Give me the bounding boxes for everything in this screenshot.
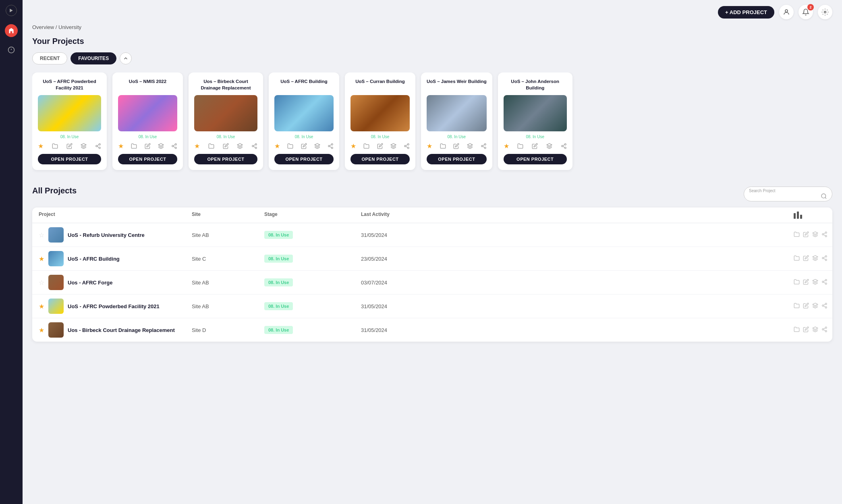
card-folder-icon-1[interactable] bbox=[52, 143, 58, 149]
row-layers-icon-2[interactable] bbox=[812, 255, 818, 262]
card-star-3[interactable]: ★ bbox=[194, 142, 200, 150]
svg-point-49 bbox=[825, 232, 827, 233]
open-project-btn-1[interactable]: OPEN PROJECT bbox=[38, 154, 101, 164]
card-star-7[interactable]: ★ bbox=[504, 142, 509, 150]
open-project-btn-5[interactable]: OPEN PROJECT bbox=[350, 154, 410, 164]
row-folder-icon-1[interactable] bbox=[794, 231, 800, 239]
search-input[interactable] bbox=[749, 193, 818, 199]
card-layers-icon-6[interactable] bbox=[467, 143, 473, 149]
card-edit-icon-7[interactable] bbox=[532, 143, 538, 149]
card-folder-icon-7[interactable] bbox=[517, 143, 523, 149]
row-date-5: 31/05/2024 bbox=[361, 327, 442, 333]
card-layers-icon-7[interactable] bbox=[546, 143, 552, 149]
row-edit-icon-4[interactable] bbox=[803, 303, 809, 310]
play-icon-btn[interactable] bbox=[6, 5, 17, 16]
card-share-icon-6[interactable] bbox=[481, 143, 487, 149]
svg-line-8 bbox=[97, 147, 99, 147]
row-share-icon-3[interactable] bbox=[821, 279, 827, 286]
row-folder-icon-5[interactable] bbox=[794, 326, 800, 334]
card-star-4[interactable]: ★ bbox=[274, 142, 280, 150]
open-project-btn-6[interactable]: OPEN PROJECT bbox=[427, 154, 487, 164]
card-actions-2: ★ bbox=[118, 142, 177, 150]
row-folder-icon-2[interactable] bbox=[794, 255, 800, 262]
project-card-1: UoS – AFRC Powderbed Facility 2021 08. I… bbox=[32, 73, 107, 170]
sidebar-home-icon[interactable] bbox=[5, 44, 18, 56]
card-edit-icon-2[interactable] bbox=[145, 143, 151, 149]
card-star-2[interactable]: ★ bbox=[118, 142, 124, 150]
row-edit-icon-1[interactable] bbox=[803, 231, 809, 239]
svg-line-32 bbox=[406, 146, 407, 147]
card-folder-icon-4[interactable] bbox=[287, 143, 293, 149]
card-folder-icon-2[interactable] bbox=[131, 143, 137, 149]
row-share-icon-4[interactable] bbox=[821, 303, 827, 310]
open-project-btn-4[interactable]: OPEN PROJECT bbox=[274, 154, 334, 164]
card-layers-icon-2[interactable] bbox=[158, 143, 164, 149]
row-folder-icon-4[interactable] bbox=[794, 303, 800, 310]
card-star-5[interactable]: ★ bbox=[350, 142, 356, 150]
svg-line-45 bbox=[563, 145, 564, 145]
notification-icon-button[interactable]: 2 bbox=[798, 5, 813, 19]
app-logo[interactable] bbox=[5, 24, 18, 37]
card-share-icon-4[interactable] bbox=[328, 143, 334, 149]
row-folder-icon-3[interactable] bbox=[794, 279, 800, 286]
card-layers-icon-3[interactable] bbox=[237, 143, 243, 149]
card-edit-icon-4[interactable] bbox=[301, 143, 307, 149]
row-edit-icon-2[interactable] bbox=[803, 255, 809, 262]
card-layers-icon-1[interactable] bbox=[81, 143, 87, 149]
row-layers-icon-5[interactable] bbox=[812, 326, 818, 334]
card-star-1[interactable]: ★ bbox=[38, 142, 44, 150]
card-share-icon-3[interactable] bbox=[251, 143, 257, 149]
card-folder-icon-5[interactable] bbox=[363, 143, 369, 149]
settings-icon-button[interactable] bbox=[818, 5, 832, 19]
breadcrumb-overview: Overview bbox=[32, 24, 54, 30]
svg-point-12 bbox=[172, 145, 174, 147]
header-site: Site bbox=[192, 212, 264, 219]
row-share-icon-5[interactable] bbox=[821, 326, 827, 334]
card-share-icon-5[interactable] bbox=[404, 143, 410, 149]
card-share-icon-1[interactable] bbox=[95, 143, 101, 149]
columns-icon[interactable] bbox=[794, 212, 826, 219]
add-project-label: + ADD PROJECT bbox=[725, 9, 767, 15]
svg-point-61 bbox=[825, 279, 827, 281]
row-layers-icon-4[interactable] bbox=[812, 303, 818, 310]
row-share-icon-1[interactable] bbox=[821, 231, 827, 239]
tab-recent[interactable]: RECENT bbox=[32, 52, 67, 64]
open-project-btn-2[interactable]: OPEN PROJECT bbox=[118, 154, 177, 164]
card-edit-icon-3[interactable] bbox=[223, 143, 229, 149]
row-share-icon-2[interactable] bbox=[821, 255, 827, 262]
row-site-5: Site D bbox=[192, 327, 264, 333]
card-edit-icon-5[interactable] bbox=[377, 143, 383, 149]
card-layers-icon-4[interactable] bbox=[314, 143, 320, 149]
card-star-6[interactable]: ★ bbox=[427, 142, 432, 150]
open-project-btn-3[interactable]: OPEN PROJECT bbox=[194, 154, 257, 164]
card-share-icon-7[interactable] bbox=[561, 143, 567, 149]
add-project-button[interactable]: + ADD PROJECT bbox=[718, 6, 774, 19]
header-columns[interactable] bbox=[794, 212, 826, 219]
card-folder-icon-6[interactable] bbox=[440, 143, 446, 149]
open-project-btn-7[interactable]: OPEN PROJECT bbox=[504, 154, 567, 164]
row-site-4: Site AB bbox=[192, 303, 264, 309]
svg-point-57 bbox=[825, 259, 827, 261]
row-star-2[interactable]: ★ bbox=[39, 255, 44, 263]
row-edit-icon-5[interactable] bbox=[803, 326, 809, 334]
row-date-3: 03/07/2024 bbox=[361, 280, 442, 286]
row-star-1[interactable]: ☆ bbox=[39, 231, 44, 239]
row-thumb-2 bbox=[48, 251, 64, 266]
card-layers-icon-5[interactable] bbox=[390, 143, 396, 149]
tab-favourites[interactable]: FAVOURITES bbox=[71, 52, 116, 64]
row-layers-icon-1[interactable] bbox=[812, 231, 818, 239]
row-edit-icon-3[interactable] bbox=[803, 279, 809, 286]
row-layers-icon-3[interactable] bbox=[812, 279, 818, 286]
row-star-3[interactable]: ☆ bbox=[39, 279, 44, 286]
row-star-5[interactable]: ★ bbox=[39, 326, 44, 334]
card-status-6: 08. In Use bbox=[427, 135, 487, 139]
card-share-icon-2[interactable] bbox=[171, 143, 177, 149]
svg-line-9 bbox=[97, 145, 99, 145]
collapse-button[interactable] bbox=[120, 52, 132, 64]
card-edit-icon-6[interactable] bbox=[453, 143, 459, 149]
user-icon-button[interactable] bbox=[779, 5, 794, 19]
card-folder-icon-3[interactable] bbox=[208, 143, 214, 149]
row-star-4[interactable]: ★ bbox=[39, 303, 44, 310]
svg-line-77 bbox=[823, 328, 825, 329]
card-edit-icon-1[interactable] bbox=[66, 143, 73, 149]
